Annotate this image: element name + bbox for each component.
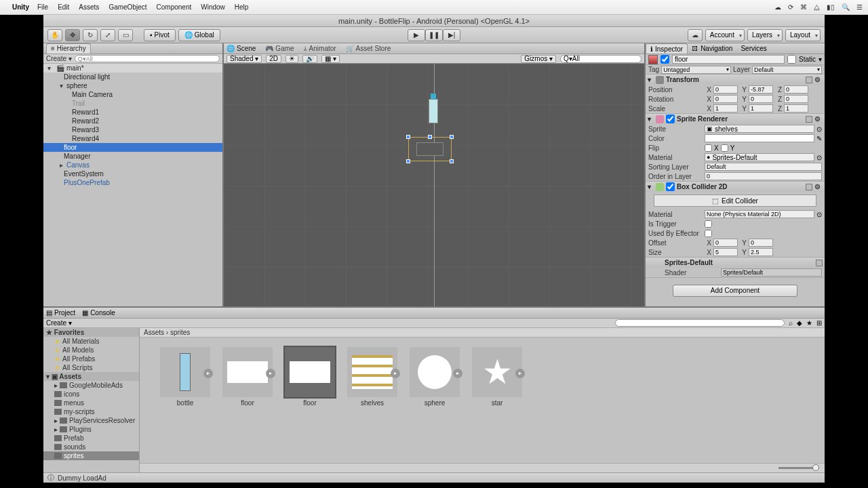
favorites-header[interactable]: ★ Favorites: [43, 328, 139, 337]
hand-tool-icon[interactable]: ✋: [47, 29, 62, 41]
light-toggle[interactable]: ☀: [285, 55, 298, 63]
picker-icon[interactable]: ⊙: [816, 125, 822, 133]
gizmos-dropdown[interactable]: Gizmos ▾: [521, 55, 556, 63]
pos-y[interactable]: [749, 85, 773, 94]
loop-icon[interactable]: ⟳: [788, 3, 793, 12]
order-field[interactable]: [705, 172, 822, 180]
tab-scene[interactable]: 🌐Scene: [226, 45, 256, 52]
tree-item[interactable]: ▾sphere: [43, 81, 222, 90]
rot-y[interactable]: [749, 95, 773, 103]
asset-thumb[interactable]: ★▸star: [472, 347, 522, 407]
flip-x[interactable]: [705, 144, 712, 152]
audio-toggle[interactable]: 🔊: [302, 55, 317, 63]
tab-assetstore[interactable]: 🛒Asset Store: [346, 45, 391, 52]
battery-icon[interactable]: ▮▯: [827, 3, 835, 12]
tag-dropdown[interactable]: Untagged: [661, 66, 731, 74]
rotate-tool-icon[interactable]: ↻: [83, 29, 98, 41]
list-item[interactable]: menus: [43, 399, 139, 407]
scale-x[interactable]: [713, 104, 738, 113]
eyedropper-icon[interactable]: ✎: [816, 135, 822, 142]
tree-item[interactable]: EventSystem: [43, 169, 222, 178]
tree-item[interactable]: ▸Canvas: [43, 161, 222, 169]
sortlayer-dropdown[interactable]: Default: [705, 163, 822, 171]
save-filter-icon[interactable]: ⊞: [816, 319, 822, 327]
move-tool-icon[interactable]: ✥: [65, 29, 80, 41]
help-icon[interactable]: [806, 184, 812, 190]
2d-toggle[interactable]: 2D: [266, 55, 281, 63]
scene-row[interactable]: ▾🎬 main*: [43, 64, 222, 73]
tree-item-selected[interactable]: floor: [43, 143, 222, 152]
gear-icon[interactable]: [814, 115, 823, 123]
project-create[interactable]: Create ▾: [46, 319, 72, 327]
picker-icon[interactable]: ⊙: [816, 154, 822, 161]
list-item[interactable]: sounds: [43, 443, 139, 451]
tab-navigation[interactable]: ⛝Navigation: [688, 45, 736, 52]
pause-button[interactable]: ❚❚: [425, 29, 443, 41]
breadcrumb[interactable]: Assets › sprites: [140, 328, 825, 338]
step-button[interactable]: ▶|: [443, 29, 460, 41]
active-checkbox[interactable]: [660, 55, 669, 64]
help-icon[interactable]: [816, 260, 823, 266]
list-item[interactable]: ★All Prefabs: [43, 354, 139, 363]
wifi-icon[interactable]: ⧋: [814, 3, 820, 12]
scale-tool-icon[interactable]: ⤢: [100, 29, 115, 41]
assets-header[interactable]: ▾ ▣ Assets: [43, 372, 139, 381]
filter-icon[interactable]: ⌕: [789, 319, 793, 327]
notification-icon[interactable]: ☰: [856, 3, 863, 12]
list-item-selected[interactable]: sprites: [43, 451, 139, 460]
hierarchy-tab[interactable]: ≡Hierarchy: [46, 43, 91, 54]
tab-game[interactable]: 🎮Game: [265, 45, 294, 52]
asset-thumb[interactable]: ▸shelves: [347, 347, 397, 407]
tree-item[interactable]: Reward4: [43, 134, 222, 143]
edit-collider-button[interactable]: ⬚Edit Collider: [654, 195, 816, 207]
collider-enabled[interactable]: [666, 182, 675, 191]
size-y[interactable]: [749, 248, 773, 256]
cloud-button[interactable]: ☁: [688, 29, 703, 41]
menu-assets[interactable]: Assets: [79, 3, 99, 11]
flip-y[interactable]: [721, 144, 728, 152]
shading-dropdown[interactable]: Shaded ▾: [226, 55, 262, 63]
tree-item[interactable]: Manager: [43, 152, 222, 161]
list-item[interactable]: ▸GoogleMobileAds: [43, 381, 139, 390]
list-item[interactable]: ★All Materials: [43, 337, 139, 346]
tree-item[interactable]: Directional light: [43, 73, 222, 81]
tab-services[interactable]: Services: [736, 45, 770, 52]
layers-dropdown[interactable]: Layers: [747, 29, 783, 41]
menu-window[interactable]: Window: [201, 3, 225, 11]
tree-item[interactable]: Reward3: [43, 125, 222, 134]
scale-z[interactable]: [784, 104, 808, 113]
cloud-icon[interactable]: ☁: [774, 3, 781, 12]
fx-toggle[interactable]: ▦ ▾: [321, 55, 340, 63]
list-item[interactable]: Prefab: [43, 434, 139, 443]
help-icon[interactable]: [806, 77, 812, 83]
hierarchy-search[interactable]: Q▾All: [75, 55, 220, 62]
tree-item[interactable]: Trail: [43, 99, 222, 108]
tab-inspector[interactable]: ℹInspector: [646, 43, 688, 54]
tab-console[interactable]: ▦Console: [82, 309, 115, 317]
size-x[interactable]: [713, 248, 738, 256]
object-name-field[interactable]: [672, 55, 785, 64]
asset-thumb[interactable]: ▸bottle: [160, 347, 210, 407]
filter-type-icon[interactable]: ◆: [797, 319, 802, 327]
asset-thumb[interactable]: ▸sphere: [410, 347, 460, 407]
help-icon[interactable]: [806, 116, 812, 123]
pos-x[interactable]: [713, 85, 738, 94]
material-field[interactable]: ● Sprites-Default: [705, 153, 814, 161]
layer-dropdown[interactable]: Default: [752, 66, 822, 74]
layout-dropdown[interactable]: Layout: [785, 29, 821, 41]
play-button[interactable]: ▶: [408, 29, 425, 41]
physmat-field[interactable]: None (Physics Material 2D): [705, 210, 814, 218]
rect-tool-icon[interactable]: ▭: [118, 29, 133, 41]
list-item[interactable]: ★All Models: [43, 346, 139, 354]
gear-icon[interactable]: [814, 76, 823, 83]
filter-label-icon[interactable]: ★: [806, 319, 812, 327]
color-field[interactable]: [705, 134, 814, 142]
add-component-button[interactable]: Add Component: [673, 285, 797, 297]
asset-thumb[interactable]: ▸floor: [222, 347, 273, 407]
tab-project[interactable]: ▤Project: [46, 309, 75, 317]
selected-object[interactable]: [408, 137, 452, 161]
tree-item[interactable]: Main Camera: [43, 90, 222, 99]
gear-icon[interactable]: [814, 183, 823, 190]
thumbnail-size-slider[interactable]: [140, 463, 825, 472]
list-item[interactable]: icons: [43, 390, 139, 399]
